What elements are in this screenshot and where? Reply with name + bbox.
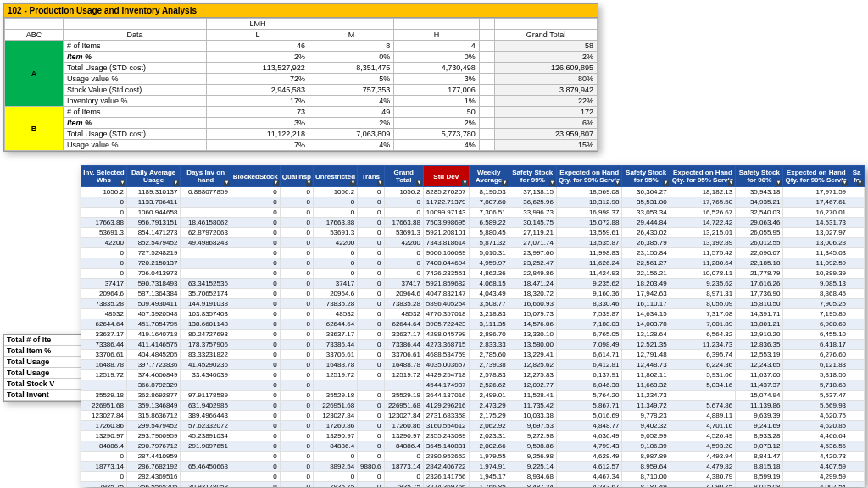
grid-cell[interactable]: 7400.044694 [423,258,469,269]
grid-cell[interactable]: 18,569.08 [556,187,622,197]
grid-cell[interactable]: 45.23891034 [181,431,231,441]
grid-cell[interactable]: 4,068.15 [469,279,509,289]
grid-cell[interactable]: 1056.2 [384,187,423,197]
grid-cell[interactable]: 10099.97143 [423,208,469,218]
grid-cell[interactable]: 4,799.43 [556,441,622,452]
grid-cell[interactable]: 451.7854795 [126,319,181,330]
grid-cell[interactable] [849,187,865,197]
grid-cell[interactable]: 0 [358,228,384,238]
grid-cell[interactable]: 35.70652174 [181,289,231,299]
grid-cell[interactable]: 13,128.64 [622,330,670,340]
filter-dropdown-icon[interactable]: ▾ [224,180,230,186]
pivot-group-B[interactable]: B [5,107,64,151]
filter-dropdown-icon[interactable]: ▾ [306,180,312,186]
grid-cell[interactable]: 14,003.78 [622,319,670,330]
grid-cell[interactable]: 8,055.09 [670,299,736,309]
grid-cell[interactable]: 0 [280,187,313,197]
grid-cell[interactable]: 0 [313,472,357,482]
grid-cell[interactable]: 0 [358,421,384,431]
grid-cell[interactable]: 0 [358,350,384,360]
grid-cell[interactable]: 631.9402985 [181,401,231,411]
grid-cell[interactable]: 0 [358,258,384,269]
grid-cell[interactable]: 290.7976712 [126,441,181,452]
grid-cell[interactable]: 3644.137016 [423,391,469,401]
grid-cell[interactable]: 2,002.66 [469,441,509,452]
grid-cell[interactable]: 11,234.73 [670,340,736,350]
grid-cell[interactable]: 397.7723836 [126,360,181,370]
grid-cell[interactable]: 73835.28 [81,299,127,309]
grid-cell[interactable]: 6,418.17 [783,340,849,350]
grid-cell[interactable]: 12,791.48 [622,350,670,360]
grid-cell[interactable]: 590.7318493 [126,279,181,289]
grid-cell[interactable]: 73386.44 [81,340,127,350]
grid-cell[interactable]: 17,736.90 [736,289,783,299]
grid-cell[interactable]: 0 [280,370,313,380]
grid-cell[interactable]: 6,765.05 [556,330,622,340]
grid-cell[interactable]: 13290.97 [81,431,127,441]
grid-cell[interactable]: 48532 [384,309,423,319]
grid-cell[interactable] [849,360,865,370]
grid-cell[interactable]: 956.7913151 [126,218,181,228]
grid-cell[interactable]: 16488.78 [384,360,423,370]
grid-cell[interactable]: 11,668.32 [622,380,670,391]
grid-cell[interactable]: 9,235.62 [556,279,622,289]
grid-cell[interactable]: 13,559.61 [556,228,622,238]
grid-cell[interactable]: 0 [231,299,280,309]
grid-cell[interactable]: 0 [280,330,313,340]
grid-cell[interactable]: 0 [358,370,384,380]
grid-cell[interactable]: 7,188.03 [556,319,622,330]
grid-cell[interactable] [358,380,384,391]
grid-cell[interactable]: 7935.75 [81,482,127,488]
grid-cell[interactable]: 9,697.53 [509,421,556,431]
grid-cell[interactable]: 0 [384,472,423,482]
grid-cell[interactable]: 13290.97 [384,431,423,441]
grid-cell[interactable]: 0 [231,269,280,279]
grid-cell[interactable]: 0 [231,238,280,248]
grid-cell[interactable]: 0 [358,269,384,279]
grid-cell[interactable] [849,421,865,431]
grid-cell[interactable]: 287.4410959 [126,452,181,462]
grid-cell[interactable]: 0 [81,197,127,208]
grid-cell[interactable]: 0 [280,319,313,330]
grid-cell[interactable]: 23,252.47 [509,258,556,269]
grid-cell[interactable]: 11,575.42 [670,248,736,258]
grid-cell[interactable]: 33,996.73 [509,208,556,218]
grid-cell[interactable]: 138.6601148 [181,319,231,330]
grid-cell[interactable]: 22,185.18 [736,258,783,269]
grid-cell[interactable]: 0 [231,472,280,482]
grid-cell[interactable]: 1,945.17 [469,472,509,482]
grid-cell[interactable] [849,462,865,472]
grid-cell[interactable]: 0 [280,452,313,462]
grid-cell[interactable]: 2,739.38 [469,360,509,370]
grid-cell[interactable]: 36,625.96 [509,197,556,208]
grid-cell[interactable]: 18,203.49 [622,279,670,289]
grid-cell[interactable]: 362.8692877 [126,391,181,401]
grid-cell[interactable]: 27,071.74 [509,238,556,248]
grid-cell[interactable]: 291.9097651 [181,441,231,452]
grid-header[interactable]: Safety Stock for 99%▾ [509,166,556,187]
grid-cell[interactable]: 9066.106689 [423,248,469,258]
grid-cell[interactable]: 0 [231,197,280,208]
grid-cell[interactable]: 17260.86 [313,421,357,431]
grid-cell[interactable]: 0 [231,482,280,488]
grid-cell[interactable]: 5,718.68 [783,380,849,391]
grid-cell[interactable]: 587.1364384 [126,289,181,299]
grid-cell[interactable]: 0 [384,248,423,258]
grid-cell[interactable]: 53691.3 [313,228,357,238]
grid-cell[interactable]: 13,535.87 [556,238,622,248]
grid-cell[interactable]: 6,589.22 [469,218,509,228]
grid-cell[interactable]: 4273.368715 [423,340,469,350]
grid-cell[interactable]: 22,561.27 [622,258,670,269]
grid-cell[interactable]: 6,224.36 [670,360,736,370]
grid-cell[interactable]: 6,564.32 [670,330,736,340]
grid-cell[interactable]: 467.3920548 [126,309,181,319]
grid-header[interactable]: BlockedStock▾ [231,166,280,187]
grid-cell[interactable]: 36,364.27 [622,187,670,197]
grid-cell[interactable]: 0 [231,228,280,238]
grid-cell[interactable]: 33637.17 [81,330,127,340]
grid-cell[interactable]: 0 [280,431,313,441]
grid-cell[interactable]: 2,023.31 [469,431,509,441]
grid-cell[interactable]: 2,499.01 [469,391,509,401]
grid-cell[interactable]: 3645.140831 [423,441,469,452]
grid-cell[interactable]: 5,674.86 [670,401,736,411]
